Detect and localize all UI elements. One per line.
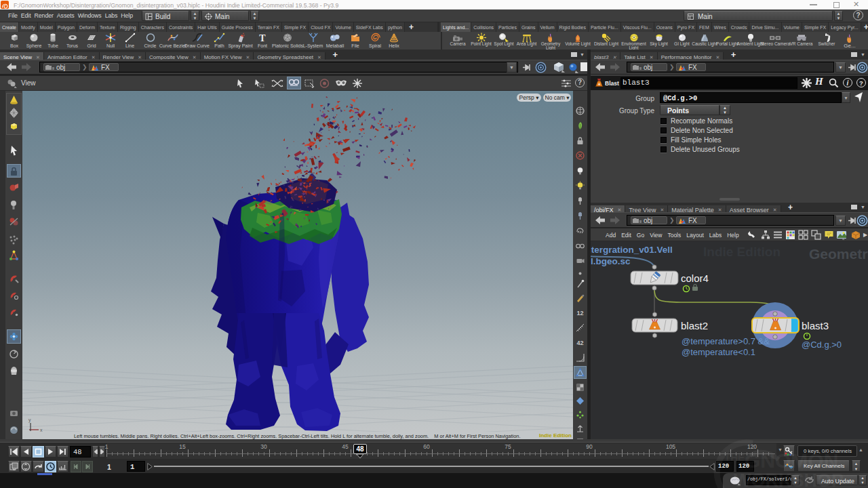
svg-text:@temperature>0.7 &&: @temperature>0.7 && <box>682 336 770 346</box>
svg-text:Indie Edition: Indie Edition <box>703 245 781 259</box>
svg-text:12: 12 <box>576 310 583 317</box>
svg-text:@Cd.g.>0: @Cd.g.>0 <box>802 340 842 350</box>
svg-text:42: 42 <box>576 340 583 346</box>
svg-text:y: y <box>28 418 31 423</box>
svg-text:l.bgeo.sc: l.bgeo.sc <box>591 256 631 266</box>
svg-text:ntergration_v01.Vell: ntergration_v01.Vell <box>591 245 673 255</box>
svg-text:blast3: blast3 <box>802 320 829 331</box>
svg-text:@temperature<0.1: @temperature<0.1 <box>682 347 755 357</box>
svg-text:Geometry: Geometry <box>809 246 868 262</box>
svg-text:color4: color4 <box>681 272 709 284</box>
svg-text:T: T <box>259 33 266 43</box>
svg-text:blast2: blast2 <box>681 320 708 331</box>
